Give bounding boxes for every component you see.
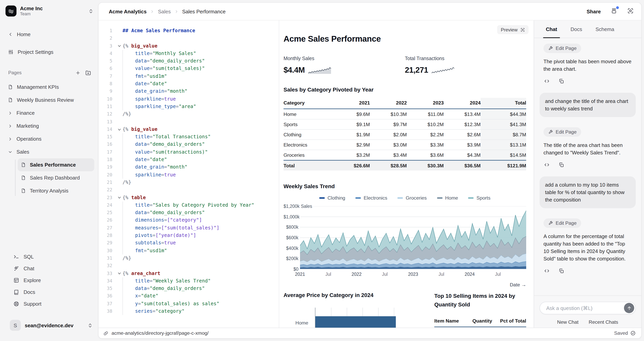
editor-line[interactable]: 26dimensions=["category"] (98, 217, 279, 224)
print-button[interactable] (610, 7, 617, 16)
fold-gutter (116, 95, 122, 103)
chat-input[interactable] (546, 305, 624, 311)
editor-line[interactable]: 13 (98, 118, 279, 126)
editor-line[interactable]: 23{% table (98, 194, 279, 202)
tab-docs[interactable]: Docs (570, 21, 582, 38)
add-folder-button[interactable] (85, 70, 91, 76)
editor-line[interactable]: 15title="Total Transactions" (98, 133, 279, 141)
edit-page-badge: Edit Page (544, 127, 581, 137)
editor-line[interactable]: 5data="demo_daily_orders" (98, 57, 279, 65)
bar[interactable] (315, 316, 396, 328)
editor-line[interactable]: 8date="date" (98, 80, 279, 88)
preview-toggle-button[interactable]: Preview (497, 25, 528, 34)
line-number: 22 (98, 186, 116, 194)
editor-line[interactable]: 9date_grain="month" (98, 88, 279, 96)
column-header: Quantity (466, 316, 492, 327)
editor-line[interactable]: 38series="category" (98, 308, 279, 315)
editor-line[interactable]: 20sparkline=true (98, 171, 279, 179)
share-button[interactable]: Share (587, 9, 601, 14)
sidebar-item-sales[interactable]: Sales (5, 145, 94, 158)
editor-line[interactable]: 16data="demo_daily_orders" (98, 141, 279, 149)
editor-line[interactable]: 35data="demo_daily_orders" (98, 285, 279, 292)
fold-chevron-icon[interactable] (116, 270, 122, 277)
legend-item[interactable]: Clothing (319, 195, 345, 201)
editor-line[interactable]: 6value="sum(total_sales)" (98, 65, 279, 73)
sidebar-item-territory-analysis[interactable]: Territory Analysis (18, 184, 94, 197)
table-cell: Home (284, 109, 333, 119)
editor-line[interactable]: 11sparkline_type="area" (98, 103, 279, 111)
editor-line[interactable]: 27measures=["sum(total_sales)"] (98, 224, 279, 232)
editor-line[interactable]: 1## Acme Sales Performance (98, 27, 279, 35)
editor-line[interactable]: 19date_grain="month" (98, 164, 279, 171)
sidebar-item-marketing[interactable]: Marketing (5, 119, 94, 132)
legend-item[interactable]: Groceries (398, 195, 427, 201)
editor-line[interactable]: 34title="Weekly Sales Trend" (98, 277, 279, 285)
fullscreen-button[interactable] (627, 7, 634, 16)
editor-line[interactable]: 33{% area_chart (98, 270, 279, 277)
legend-item[interactable]: Electronics (356, 195, 387, 201)
send-button[interactable] (624, 303, 634, 313)
breadcrumb-item[interactable]: Sales Performance (182, 9, 226, 14)
editor-line[interactable]: 2 (98, 35, 279, 43)
editor-line[interactable]: 36x="date" (98, 292, 279, 300)
line-number: 18 (98, 156, 116, 164)
sidebar-item-support[interactable]: Support (5, 298, 94, 309)
editor-line[interactable]: 10sparkline=true (98, 95, 279, 103)
add-page-button[interactable] (76, 70, 80, 75)
editor-line[interactable]: 32 (98, 262, 279, 270)
editor-line[interactable]: 21/%} (98, 179, 279, 186)
workspace-switcher[interactable]: Acme Inc Team (6, 4, 94, 18)
tab-schema[interactable]: Schema (596, 21, 614, 38)
avatar: S (10, 320, 21, 331)
view-code-button[interactable] (544, 268, 550, 274)
view-code-button[interactable] (544, 78, 550, 84)
editor-line[interactable]: 37y="sum(total_sales) as sales" (98, 300, 279, 308)
editor-line[interactable]: 24title="Sales by Category Pivoted by Ye… (98, 202, 279, 209)
chat-link-recent-chats[interactable]: Recent Chats (589, 319, 618, 325)
editor-line[interactable]: 18date="date" (98, 156, 279, 164)
editor-line[interactable]: 30fmt="usd1m" (98, 247, 279, 255)
sidebar-item-explore[interactable]: Explore (5, 274, 94, 286)
copy-button[interactable] (558, 162, 564, 168)
x-axis-label: Date → (510, 282, 526, 287)
fold-chevron-icon[interactable] (116, 194, 122, 202)
fold-gutter (116, 262, 122, 270)
code-editor[interactable]: 1## Acme Sales Performance23{% big_value… (98, 21, 279, 328)
editor-line[interactable]: 17value="sum(transactions)" (98, 149, 279, 156)
legend-item[interactable]: Home (437, 195, 458, 201)
editor-line[interactable]: 28pivots=["year(date)"] (98, 232, 279, 239)
editor-line[interactable]: 12/%} (98, 111, 279, 118)
line-number: 14 (98, 126, 116, 133)
copy-button[interactable] (558, 78, 564, 84)
editor-line[interactable]: 22 (98, 186, 279, 194)
sidebar-item-sql[interactable]: SQL (5, 251, 94, 262)
user-menu[interactable]: S sean@evidence.dev (5, 318, 94, 332)
breadcrumb-item[interactable]: Sales (158, 9, 171, 14)
fold-chevron-icon[interactable] (116, 42, 122, 50)
editor-line[interactable]: 4title="Monthly Sales" (98, 50, 279, 58)
table-row: Home$9.6M$10.3M$11.0M$13.4M$44.3M (284, 109, 526, 119)
editor-line[interactable]: 3{% big_value (98, 42, 279, 50)
sidebar-item-sales-rep-dashboard[interactable]: Sales Rep Dashboard (18, 171, 94, 184)
breadcrumb-item[interactable]: Acme Analytics (109, 9, 147, 14)
editor-line[interactable]: 29subtotals=true (98, 239, 279, 247)
sidebar-item-operations[interactable]: Operations (5, 132, 94, 145)
legend-item[interactable]: Sports (468, 195, 490, 201)
tab-chat[interactable]: Chat (546, 21, 557, 38)
editor-line[interactable]: 25data="demo_daily_orders" (98, 209, 279, 217)
sidebar-item-management-kpis[interactable]: Management KPIs (5, 81, 94, 94)
copy-button[interactable] (558, 268, 564, 274)
fold-chevron-icon[interactable] (116, 126, 122, 133)
sidebar-item-docs[interactable]: Docs (5, 286, 94, 298)
editor-line[interactable]: 31/%} (98, 255, 279, 262)
sidebar-item-sales-performance[interactable]: Sales Performance (18, 158, 94, 171)
sidebar-item-home[interactable]: Home (5, 28, 94, 40)
chat-link-new-chat[interactable]: New Chat (557, 319, 578, 325)
sidebar-item-project-settings[interactable]: Project Settings (5, 46, 94, 58)
view-code-button[interactable] (544, 162, 550, 168)
editor-line[interactable]: 14{% big_value (98, 126, 279, 133)
editor-line[interactable]: 7fmt="usd1m" (98, 73, 279, 80)
sidebar-item-weekly-business-review[interactable]: Weekly Business Review (5, 94, 94, 107)
sidebar-item-finance[interactable]: Finance (5, 107, 94, 119)
sidebar-item-chat[interactable]: Chat (5, 262, 94, 274)
